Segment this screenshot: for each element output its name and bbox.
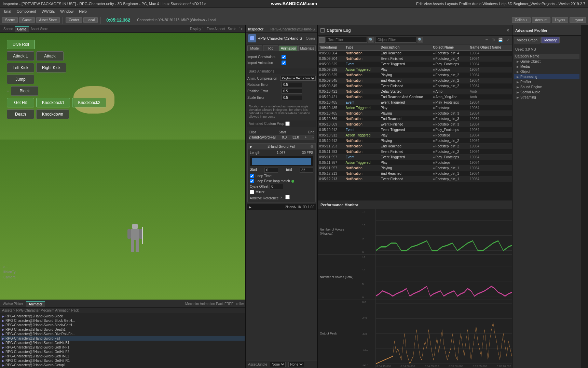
scale-error-input[interactable] [282, 95, 302, 100]
table-row[interactable]: 0:05:09.525 Notification Playing ■Footst… [318, 73, 512, 78]
save-icon[interactable]: 💾 [497, 38, 504, 42]
menu-help[interactable]: Help [76, 9, 90, 14]
category-game-object[interactable]: ▶ Game Object [514, 59, 579, 64]
play-button[interactable]: ▶ [249, 205, 251, 209]
asset-item[interactable]: ▶RPG-Character@2Hand-Sword-Getup1 [1, 363, 245, 367]
asset-bundle-select2[interactable]: None [288, 362, 304, 367]
asset-item[interactable]: ▶RPG-Character@2Hand-Sword-GetHit-F2 [1, 350, 245, 354]
death-button[interactable]: Death [7, 109, 34, 119]
compression-select[interactable]: Keyframe Reduction [280, 76, 316, 81]
search-icon[interactable]: 🔍 [368, 37, 374, 43]
table-row[interactable]: 0:05:10.912 Notification Playing ■Footst… [318, 138, 512, 144]
asset-item[interactable]: ▶RPG-Character@2Hand-Sword-GetHit-R1 [1, 358, 245, 363]
import-constraints-checkbox[interactable] [282, 55, 286, 59]
asset-item[interactable]: ▶RPG-Character@2Hand-Sword-Block-GetH... [1, 323, 245, 327]
additive-ref-checkbox[interactable] [285, 195, 290, 199]
category-processing[interactable]: ▶ Processing [514, 74, 579, 79]
tab-materials[interactable]: Materials [298, 45, 316, 51]
clip-row[interactable]: 2Hand-Sword-Fall 0.0 32.0 + − [249, 135, 314, 140]
asset-item[interactable]: ▶RPG-Character@2Hand-Sword-Block-GetH... [1, 318, 245, 323]
clip-detail-settings[interactable]: ⚙ [310, 145, 313, 148]
panel-tab-asset-store[interactable]: Asset Store [29, 26, 51, 31]
scene-button[interactable]: Scene [2, 17, 18, 23]
layers-button[interactable]: Layers [552, 17, 568, 23]
asset-item[interactable]: ▶ RPG-Character@2Hand-Sword-Block [1, 314, 245, 318]
table-row[interactable]: 0:05:10.869 Notification Event Finished … [318, 122, 512, 127]
center-button[interactable]: Center [66, 17, 82, 23]
table-row[interactable]: 0:05:10.485 Action Triggered Play ■Foots… [318, 105, 512, 111]
table-row[interactable]: 0:05:11.957 Action Triggered Play ■Foots… [318, 160, 512, 166]
attack-button[interactable]: Attack [36, 51, 64, 61]
category-spatial-audio[interactable]: ▶ Spatial Audio [514, 90, 579, 95]
capture-icon[interactable] [319, 37, 325, 43]
wwise-picker-tab[interactable]: Wwise Picker [0, 301, 26, 306]
clip-detail-play[interactable]: ▶ [250, 145, 252, 148]
tab-model[interactable]: Model [247, 45, 262, 51]
table-row[interactable]: 0:05:09.504 Notification End Reached ■Fo… [318, 51, 512, 56]
loop-pose-checkbox[interactable] [250, 179, 254, 183]
asset-item[interactable]: ▶RPG-Character@2Hand-Sword-GetHit-F1 [1, 345, 245, 350]
columns-icon[interactable]: ⊞ [491, 38, 496, 42]
capture-log-icon[interactable] [320, 28, 325, 32]
asset-item[interactable]: ▶RPG-Character@2Hand-Sword-GetHit-L1 [1, 354, 245, 358]
asset-bundle-select1[interactable]: None [270, 362, 286, 367]
asset-item[interactable]: ▶RPG-Character@2Hand-Sword-GetHit-B1 [1, 341, 245, 345]
local-button[interactable]: Local [83, 17, 98, 23]
table-row[interactable]: 0:05:09.525 Event Event Triggered ■Play_… [318, 62, 512, 67]
asset-item[interactable]: ▶RPG-Character@2Hand-Sword-Death1 [1, 327, 245, 332]
table-row[interactable]: 0:05:11.957 Notification Playing ■Footst… [318, 166, 512, 171]
start-input[interactable] [264, 168, 278, 173]
attack-l-button[interactable]: Attack L [7, 51, 34, 61]
capture-log-close[interactable]: × [507, 28, 509, 33]
animator-tab[interactable]: Animator [26, 301, 45, 307]
open-button[interactable]: Open [306, 36, 315, 40]
import-animation-checkbox[interactable] [282, 61, 286, 65]
memory-tab[interactable]: Memory [541, 37, 560, 43]
category-sound-engine[interactable]: ▶ Sound Engine [514, 84, 579, 90]
voices-graph-tab[interactable]: Voices Graph [514, 37, 541, 43]
knockback1-button[interactable]: Knockback1 [36, 98, 70, 107]
table-row[interactable]: 0:05:10.912 Action Triggered Play ■Foots… [318, 133, 512, 138]
left-kick-button[interactable]: Left Kick [7, 63, 34, 73]
collab-button[interactable]: Collab + [512, 17, 531, 23]
right-kick-button[interactable]: Right Kick [36, 63, 66, 73]
tab-animation[interactable]: Animation [279, 45, 298, 51]
category-streaming[interactable]: ▶ Streaming [514, 95, 579, 100]
asset-store-button[interactable]: Asset Store [36, 17, 60, 23]
table-row[interactable]: 0:05:11.957 Event Event Triggered ■Play_… [318, 155, 512, 160]
table-row[interactable]: 0:05:10.869 Notification End Reached ■Fo… [318, 116, 512, 122]
clip-add-icon[interactable]: + [305, 135, 307, 139]
menu-window[interactable]: Window [57, 9, 76, 14]
table-row[interactable]: 0:05:09.525 Action Triggered Play ■Foots… [318, 67, 512, 73]
clip-remove-icon[interactable]: − [312, 135, 314, 139]
table-row[interactable]: 0:05:10.912 Event Event Triggered ■Play_… [318, 127, 512, 133]
position-error-input[interactable] [282, 89, 302, 94]
knockdown-button[interactable]: Knockdown [36, 109, 69, 119]
table-row[interactable]: 0:05:10.485 Event Event Triggered ■Play_… [318, 100, 512, 105]
layout-button[interactable]: Layout [570, 17, 586, 23]
end-input[interactable] [300, 168, 313, 173]
expand-icon[interactable]: ⤢ [505, 38, 510, 42]
category-profiler[interactable]: ▶ Profiler [514, 79, 579, 84]
table-row[interactable]: 0:05:09.845 Notification Event Finished … [318, 83, 512, 89]
filter-icon[interactable]: ⋯ [483, 38, 489, 42]
asset-item[interactable]: ▶RPG-Character@2Hand-Sword-DiveRoll-Fo..… [1, 332, 245, 336]
menu-wwise[interactable]: WWISE [39, 9, 58, 14]
get-hit-button[interactable]: Get Hit [7, 98, 34, 107]
panel-tab-game[interactable]: Game [15, 26, 28, 32]
table-row[interactable]: 0:05:12.213 Notification Event Finished … [318, 176, 512, 182]
table-row[interactable]: 0:05:11.253 Notification End Reached ■Fo… [318, 144, 512, 149]
text-filter-input[interactable] [326, 37, 367, 43]
dive-roll-button[interactable]: Dive Roll [7, 40, 35, 49]
mirror-checkbox[interactable] [250, 190, 254, 194]
category-media[interactable]: ▶ Media [514, 64, 579, 69]
category-object[interactable]: ▶ Object [514, 69, 579, 74]
table-row[interactable]: 0:05:11.253 Notification Event Finished … [318, 149, 512, 155]
loop-time-checkbox[interactable] [250, 174, 254, 178]
jump-button[interactable]: Jump [7, 75, 34, 84]
panel-tab-scene[interactable]: Scene [1, 26, 15, 31]
table-row[interactable]: 0:05:10.421 Notification Delay Started ■… [318, 89, 512, 94]
asset-item[interactable]: ▶RPG-Character@2Hand-Sword-Fall [1, 336, 245, 341]
table-row[interactable]: 0:05:10.421 Notification End Reached And… [318, 94, 512, 100]
table-row[interactable]: 0:05:09.504 Notification Event Finished … [318, 56, 512, 62]
